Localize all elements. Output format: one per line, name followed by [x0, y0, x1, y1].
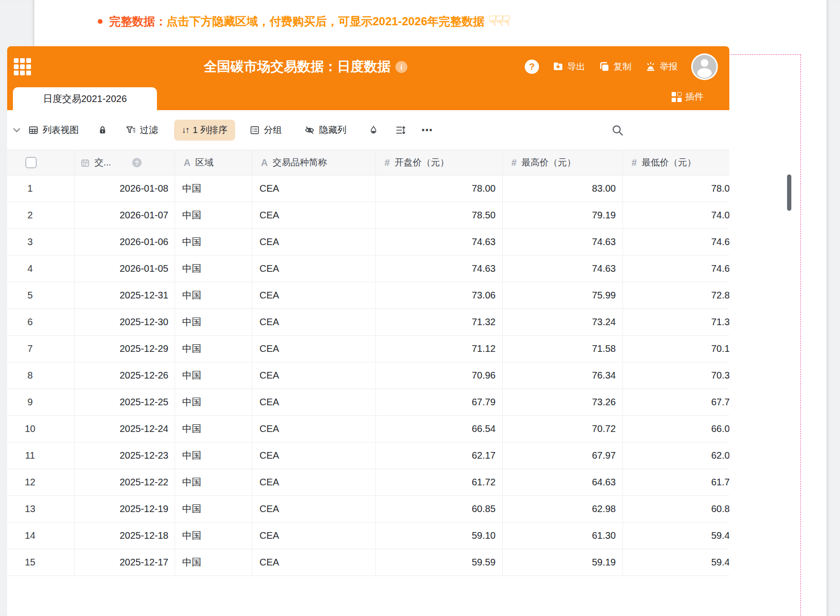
- cell-low[interactable]: 70.10: [623, 336, 729, 362]
- cell-open[interactable]: 71.12: [376, 336, 503, 362]
- help-icon[interactable]: ?: [525, 60, 539, 74]
- cell-date[interactable]: 2025-12-23: [75, 442, 175, 469]
- row-height-icon[interactable]: [395, 125, 406, 135]
- cell-region[interactable]: 中国: [175, 469, 252, 495]
- cell-product[interactable]: CEA: [252, 523, 376, 549]
- cell-region[interactable]: 中国: [175, 309, 252, 335]
- table-row[interactable]: 8 2025-12-26 中国 CEA 70.96 76.34 70.30: [7, 362, 729, 389]
- cell-product[interactable]: CEA: [252, 496, 376, 522]
- cell-region[interactable]: 中国: [175, 416, 252, 442]
- cell-region[interactable]: 中国: [175, 362, 252, 389]
- header-high[interactable]: # 最高价（元）: [503, 150, 623, 175]
- cell-product[interactable]: CEA: [252, 389, 376, 415]
- cell-date[interactable]: 2025-12-30: [75, 309, 175, 335]
- cell-product[interactable]: CEA: [252, 309, 376, 335]
- header-product[interactable]: A 交易品种简称: [252, 150, 376, 175]
- cell-high[interactable]: 73.24: [503, 309, 623, 335]
- cell-low[interactable]: 62.00: [623, 442, 729, 469]
- filter-button[interactable]: 过滤: [125, 124, 158, 136]
- cell-high[interactable]: 74.63: [503, 256, 623, 282]
- cell-open[interactable]: 66.54: [376, 416, 503, 442]
- header-open[interactable]: # 开盘价（元）: [376, 150, 503, 175]
- cell-low[interactable]: 74.00: [623, 202, 729, 228]
- cell-product[interactable]: CEA: [252, 202, 376, 228]
- cell-low[interactable]: 74.60: [623, 229, 729, 255]
- cell-low[interactable]: 59.40: [623, 549, 729, 575]
- cell-date[interactable]: 2025-12-29: [75, 336, 175, 362]
- cell-high[interactable]: 79.19: [503, 202, 623, 228]
- cell-region[interactable]: 中国: [175, 389, 252, 415]
- table-row[interactable]: 10 2025-12-24 中国 CEA 66.54 70.72 66.00: [7, 416, 729, 442]
- cell-region[interactable]: 中国: [175, 336, 252, 362]
- table-row[interactable]: 3 2026-01-06 中国 CEA 74.63 74.63 74.60: [7, 229, 729, 256]
- cell-date[interactable]: 2026-01-06: [75, 229, 175, 255]
- cell-low[interactable]: 67.70: [623, 389, 729, 415]
- cell-high[interactable]: 76.34: [503, 362, 623, 389]
- cell-open[interactable]: 73.06: [376, 282, 503, 308]
- avatar[interactable]: [691, 53, 718, 80]
- cell-product[interactable]: CEA: [252, 336, 376, 362]
- cell-open[interactable]: 70.96: [376, 362, 503, 389]
- header-date[interactable]: 交... ?: [75, 150, 175, 175]
- export-button[interactable]: 导出: [552, 61, 585, 73]
- select-all-checkbox[interactable]: [25, 157, 37, 168]
- cell-low[interactable]: 72.80: [623, 282, 729, 308]
- cell-open[interactable]: 78.50: [376, 202, 503, 228]
- tab-daily-trading[interactable]: 日度交易2021-2026: [13, 87, 157, 110]
- cell-date[interactable]: 2025-12-24: [75, 416, 175, 442]
- cell-region[interactable]: 中国: [175, 282, 252, 308]
- table-row[interactable]: 4 2026-01-05 中国 CEA 74.63 74.63 74.60: [7, 256, 729, 282]
- cell-low[interactable]: 59.40: [623, 523, 729, 549]
- cell-open[interactable]: 59.59: [376, 549, 503, 575]
- cell-high[interactable]: 71.58: [503, 336, 623, 362]
- cell-high[interactable]: 67.97: [503, 442, 623, 469]
- sort-button[interactable]: ↓↑ 1 列排序: [174, 120, 235, 141]
- cell-open[interactable]: 59.10: [376, 523, 503, 549]
- cell-high[interactable]: 62.98: [503, 496, 623, 522]
- cell-product[interactable]: CEA: [252, 416, 376, 442]
- cell-date[interactable]: 2025-12-31: [75, 282, 175, 308]
- cell-high[interactable]: 70.72: [503, 416, 623, 442]
- cell-date[interactable]: 2025-12-22: [75, 469, 175, 495]
- table-row[interactable]: 9 2025-12-25 中国 CEA 67.79 73.26 67.70: [7, 389, 729, 416]
- cell-date[interactable]: 2025-12-26: [75, 362, 175, 389]
- cell-open[interactable]: 61.72: [376, 469, 503, 495]
- search-icon[interactable]: [611, 123, 624, 136]
- table-row[interactable]: 11 2025-12-23 中国 CEA 62.17 67.97 62.00: [7, 442, 729, 469]
- cell-region[interactable]: 中国: [175, 442, 252, 469]
- cell-high[interactable]: 59.19: [503, 549, 623, 575]
- cell-date[interactable]: 2026-01-07: [75, 202, 175, 228]
- cell-date[interactable]: 2025-12-25: [75, 389, 175, 415]
- cell-high[interactable]: 64.63: [503, 469, 623, 495]
- cell-region[interactable]: 中国: [175, 175, 252, 202]
- cell-date[interactable]: 2026-01-05: [75, 256, 175, 282]
- cell-product[interactable]: CEA: [252, 175, 376, 202]
- cell-high[interactable]: 75.99: [503, 282, 623, 308]
- report-button[interactable]: 举报: [645, 61, 678, 73]
- cell-product[interactable]: CEA: [252, 282, 376, 308]
- cell-region[interactable]: 中国: [175, 229, 252, 255]
- cell-open[interactable]: 62.17: [376, 442, 503, 469]
- cell-product[interactable]: CEA: [252, 256, 376, 282]
- cell-low[interactable]: 66.00: [623, 416, 729, 442]
- column-help-icon[interactable]: ?: [132, 158, 142, 167]
- hide-fields-button[interactable]: 隐藏列: [304, 124, 346, 136]
- table-row[interactable]: 14 2025-12-18 中国 CEA 59.10 61.30 59.40: [7, 523, 729, 549]
- cell-open[interactable]: 60.85: [376, 496, 503, 522]
- cell-high[interactable]: 74.63: [503, 229, 623, 255]
- cell-date[interactable]: 2026-01-08: [75, 175, 175, 202]
- cell-open[interactable]: 71.32: [376, 309, 503, 335]
- cell-open[interactable]: 74.63: [376, 229, 503, 255]
- scrollbar-thumb[interactable]: [787, 175, 791, 211]
- cell-low[interactable]: 70.30: [623, 362, 729, 389]
- lock-icon[interactable]: [98, 125, 107, 135]
- cell-low[interactable]: 74.60: [623, 256, 729, 282]
- cell-open[interactable]: 74.63: [376, 256, 503, 282]
- cell-low[interactable]: 61.70: [623, 469, 729, 495]
- header-low[interactable]: # 最低价（元）: [623, 150, 729, 175]
- info-icon[interactable]: i: [395, 61, 407, 73]
- table-row[interactable]: 7 2025-12-29 中国 CEA 71.12 71.58 70.10: [7, 336, 729, 362]
- cell-product[interactable]: CEA: [252, 229, 376, 255]
- more-button[interactable]: ⋯: [421, 123, 433, 137]
- cell-date[interactable]: 2025-12-17: [75, 549, 175, 575]
